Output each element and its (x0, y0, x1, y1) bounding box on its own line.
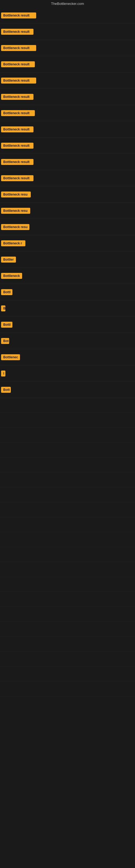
bottleneck-badge[interactable]: Bottleneck result (1, 45, 36, 51)
empty-row (0, 666, 135, 681)
result-row: Bottlenec (0, 349, 135, 365)
result-row: Bottleneck resu (0, 219, 135, 235)
result-row: Bott (0, 382, 135, 398)
empty-row (0, 443, 135, 458)
result-row: Bottleneck result (0, 154, 135, 170)
site-header: TheBottlenecker.com (0, 0, 135, 7)
result-row: Bottleneck result (0, 170, 135, 186)
result-row: Bot (0, 333, 135, 349)
empty-row (0, 472, 135, 488)
bottleneck-badge[interactable]: Bottleneck resu (1, 208, 30, 214)
results-container: Bottleneck resultBottleneck resultBottle… (0, 7, 135, 696)
bottleneck-badge[interactable]: Bottleneck result (1, 175, 34, 181)
bottleneck-badge[interactable]: Bottleneck result (1, 78, 36, 84)
result-row: Bottleneck result (0, 105, 135, 121)
result-row: Bottleneck result (0, 89, 135, 105)
result-row: I (0, 365, 135, 382)
empty-row (0, 413, 135, 428)
result-row: Bottleneck result (0, 72, 135, 89)
bottleneck-badge[interactable]: Bottleneck resu (1, 191, 31, 197)
bottleneck-badge[interactable]: Bottleneck (1, 273, 22, 279)
result-row: Bottleneck result (0, 40, 135, 56)
empty-row (0, 458, 135, 472)
empty-row (0, 517, 135, 532)
result-row: Bottl (0, 284, 135, 300)
result-row: Bottleneck result (0, 121, 135, 137)
bottleneck-badge[interactable]: I (1, 371, 5, 376)
result-row: B (0, 300, 135, 316)
empty-row (0, 637, 135, 652)
result-row: Bottleneck resu (0, 186, 135, 203)
result-row: Bottleneck resu (0, 203, 135, 219)
empty-row (0, 562, 135, 577)
bottleneck-badge[interactable]: Bottleneck result (1, 159, 34, 165)
bottleneck-badge[interactable]: Bottler (1, 257, 16, 262)
empty-row (0, 592, 135, 607)
result-row: Bottleneck (0, 268, 135, 284)
bottleneck-badge[interactable]: Bottleneck result (1, 110, 35, 116)
bottleneck-badge[interactable]: Bot (1, 338, 9, 344)
result-row: Bottleneck result (0, 137, 135, 154)
site-title: TheBottlenecker.com (51, 2, 84, 6)
empty-row (0, 532, 135, 547)
bottleneck-badge[interactable]: Bottleneck result (1, 94, 34, 100)
empty-row (0, 607, 135, 622)
bottleneck-badge[interactable]: Bottleneck result (1, 143, 34, 149)
empty-row (0, 681, 135, 696)
empty-row (0, 622, 135, 637)
bottleneck-badge[interactable]: Bottleneck result (1, 12, 36, 19)
bottleneck-badge[interactable]: Bott (1, 387, 11, 393)
empty-row (0, 502, 135, 517)
bottleneck-badge[interactable]: Bottleneck r (1, 240, 26, 246)
bottleneck-badge[interactable]: Bottlenec (1, 354, 20, 360)
bottleneck-badge[interactable]: Bottleneck resu (1, 224, 30, 230)
bottleneck-badge[interactable]: Bottleneck result (1, 29, 34, 35)
empty-row (0, 652, 135, 666)
empty-row (0, 547, 135, 562)
empty-row (0, 577, 135, 592)
bottleneck-badge[interactable]: Bottleneck result (1, 61, 35, 67)
result-row: Bottler (0, 251, 135, 268)
result-row: Bottleneck result (0, 7, 135, 24)
result-row: Bottl (0, 316, 135, 333)
bottleneck-badge[interactable]: Bottl (1, 289, 12, 295)
bottleneck-badge[interactable]: B (1, 305, 5, 311)
bottleneck-badge[interactable]: Bottleneck result (1, 126, 34, 132)
page-wrapper: TheBottlenecker.com Bottleneck resultBot… (0, 0, 135, 868)
empty-row (0, 428, 135, 443)
bottleneck-badge[interactable]: Bottl (1, 322, 12, 328)
empty-row (0, 488, 135, 502)
empty-row (0, 398, 135, 413)
result-row: Bottleneck result (0, 56, 135, 72)
result-row: Bottleneck result (0, 24, 135, 40)
result-row: Bottleneck r (0, 235, 135, 251)
